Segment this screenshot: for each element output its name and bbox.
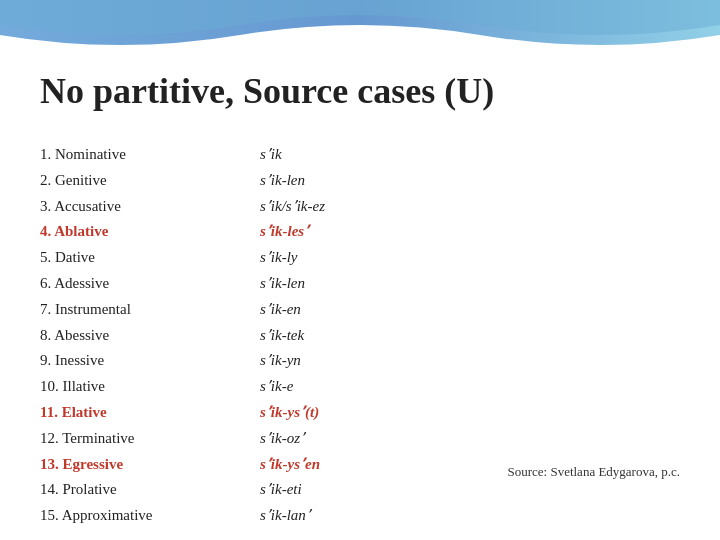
form-item-6: sʼik-len: [260, 271, 420, 297]
case-item-5: 5. Dative: [40, 245, 200, 271]
case-item-9: 9. Inessive: [40, 348, 200, 374]
case-item-11: 11. Elative: [40, 400, 200, 426]
case-item-14: 14. Prolative: [40, 477, 200, 503]
form-item-10: sʼik-e: [260, 374, 420, 400]
case-item-13: 13. Egressive: [40, 452, 200, 478]
form-item-4: sʼik-lesʼ: [260, 219, 420, 245]
case-item-4: 4. Ablative: [40, 219, 200, 245]
form-item-7: sʼik-en: [260, 297, 420, 323]
form-item-11: sʼik-ysʼ(t): [260, 400, 420, 426]
forms-list: sʼiksʼik-lensʼik/sʼik-ezsʼik-lesʼsʼik-ly…: [260, 142, 420, 529]
case-item-10: 10. Illative: [40, 374, 200, 400]
form-item-1: sʼik: [260, 142, 420, 168]
case-item-8: 8. Abessive: [40, 323, 200, 349]
case-item-7: 7. Instrumental: [40, 297, 200, 323]
source-credit: Source: Svetlana Edygarova, p.c.: [507, 464, 680, 480]
case-item-1: 1. Nominative: [40, 142, 200, 168]
form-item-13: sʼik-ysʼen: [260, 452, 420, 478]
form-item-9: sʼik-yn: [260, 348, 420, 374]
case-item-12: 12. Terminative: [40, 426, 200, 452]
case-item-6: 6. Adessive: [40, 271, 200, 297]
case-item-15: 15. Approximative: [40, 503, 200, 529]
form-item-15: sʼik-lanʼ: [260, 503, 420, 529]
form-item-12: sʼik-ozʼ: [260, 426, 420, 452]
form-item-3: sʼik/sʼik-ez: [260, 194, 420, 220]
case-item-3: 3. Accusative: [40, 194, 200, 220]
form-item-2: sʼik-len: [260, 168, 420, 194]
case-item-2: 2. Genitive: [40, 168, 200, 194]
form-item-5: sʼik-ly: [260, 245, 420, 271]
form-item-14: sʼik-eti: [260, 477, 420, 503]
cases-list: 1. Nominative2. Genitive3. Accusative4. …: [40, 142, 200, 529]
decorative-wave: [0, 0, 720, 60]
form-item-8: sʼik-tek: [260, 323, 420, 349]
